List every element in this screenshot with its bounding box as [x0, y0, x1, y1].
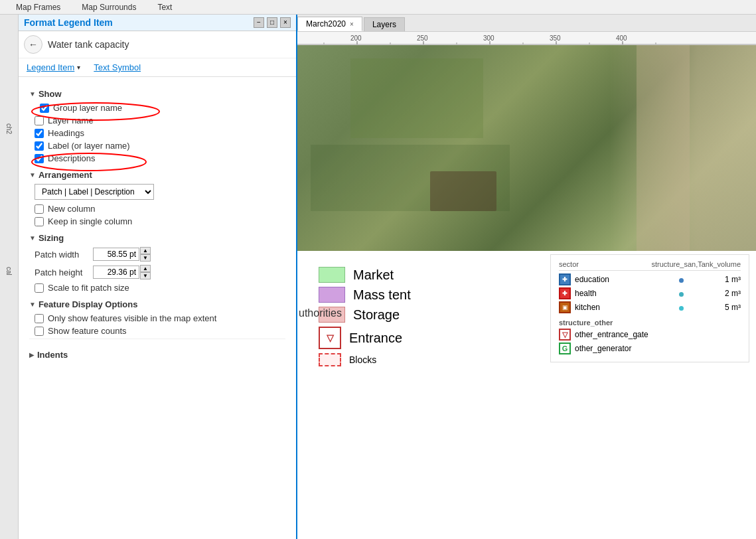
format-legend-panel: Format Legend Item − □ × ← Water tank ca…: [19, 15, 297, 539]
layer-name-row: Layer name: [29, 116, 285, 125]
panel-subtitle: Water tank capacity: [48, 39, 129, 50]
keep-single-col-checkbox[interactable]: [35, 217, 44, 226]
headings-checkbox[interactable]: [35, 129, 44, 138]
only-show-visible-row: Only show features visible in the map ex…: [29, 313, 285, 323]
legend-right-panel: sector structure_san,Tank_volume ✚ educa…: [550, 254, 749, 362]
mass-tent-patch: [319, 287, 345, 303]
svg-text:300: 300: [483, 35, 494, 42]
cal-label: cal: [5, 267, 13, 275]
map-aerial[interactable]: [297, 45, 756, 251]
legend-item-blocks: Blocks: [319, 353, 411, 366]
legend-map-area: Market Mass tent Storage ▽ Entrance: [297, 251, 756, 539]
patch-height-row: Patch height ▲ ▼: [29, 265, 285, 279]
patch-width-row: Patch width ▲ ▼: [29, 247, 285, 262]
legend-row-education: ✚ education 1 m³: [559, 273, 741, 285]
ruler: 200 250 300 350 400: [297, 32, 756, 45]
ch2-label: ch2: [5, 123, 13, 134]
legend-right-headers: sector structure_san,Tank_volume: [559, 260, 741, 271]
svg-text:200: 200: [350, 35, 362, 42]
descriptions-checkbox[interactable]: [35, 154, 44, 163]
patch-height-spinners: ▲ ▼: [140, 265, 151, 279]
restore-button[interactable]: □: [267, 17, 277, 28]
indents-section: ▶ Indents: [29, 339, 285, 360]
show-section-title: Show: [38, 89, 62, 99]
field-patch-1: [350, 58, 483, 138]
patch-height-input[interactable]: [93, 266, 139, 279]
sizing-section-header[interactable]: ▼ Sizing: [29, 233, 285, 243]
patch-height-input-group: ▲ ▼: [93, 265, 151, 279]
kitchen-dot: [670, 303, 694, 313]
tab-text-symbol[interactable]: Text Symbol: [91, 61, 143, 74]
toolbar-map-frames[interactable]: Map Frames: [5, 1, 71, 13]
top-toolbar: Map Frames Map Surrounds Text: [0, 0, 756, 15]
feature-display-section-title: Feature Display Options: [38, 299, 138, 309]
arrangement-section-title: Arrangement: [38, 170, 92, 180]
patch-width-input[interactable]: [93, 248, 139, 261]
back-button[interactable]: ←: [24, 35, 42, 54]
group-layer-name-checkbox[interactable]: [40, 104, 49, 113]
panel-tabs: Legend Item ▾ Text Symbol: [19, 58, 296, 77]
entrance-icon: ▽: [559, 329, 571, 341]
layer-name-checkbox[interactable]: [35, 116, 44, 125]
legend-row-kitchen: ▣ kitchen 5 m³: [559, 301, 741, 313]
feature-display-section-header[interactable]: ▼ Feature Display Options: [29, 299, 285, 309]
arrangement-arrow: ▼: [29, 171, 36, 179]
legend-header-spacer: [633, 260, 652, 268]
road-vertical: [637, 45, 690, 251]
tab-march2020-close[interactable]: ×: [350, 21, 354, 28]
tab-dropdown-arrow[interactable]: ▾: [77, 64, 80, 71]
patch-width-input-group: ▲ ▼: [93, 247, 151, 262]
blocks-patch: [319, 353, 341, 366]
health-icon: ✚: [559, 287, 571, 299]
scale-to-fit-label: Scale to fit patch size: [48, 283, 129, 293]
legend-header-sector: sector: [559, 260, 633, 268]
tab-layers[interactable]: Layers: [364, 17, 405, 31]
group-layer-name-container: Group layer name: [29, 103, 285, 113]
group-layer-name-row: Group layer name: [35, 103, 285, 113]
only-show-visible-label: Only show features visible in the map ex…: [48, 313, 216, 323]
minimize-button[interactable]: −: [254, 17, 264, 28]
left-sidebar: ch2 cal: [0, 15, 19, 539]
close-button[interactable]: ×: [280, 17, 291, 28]
show-feature-counts-checkbox[interactable]: [35, 327, 44, 336]
scale-to-fit-checkbox[interactable]: [35, 283, 44, 293]
new-column-checkbox[interactable]: [35, 204, 44, 214]
toolbar-map-surrounds[interactable]: Map Surrounds: [71, 1, 147, 13]
keep-single-col-row: Keep in single column: [29, 216, 285, 226]
entrance-gate-label: other_entrance_gate: [575, 330, 741, 339]
patch-width-up[interactable]: ▲: [140, 247, 151, 254]
arrangement-section-header[interactable]: ▼ Arrangement: [29, 170, 285, 180]
legend-item-mass-tent: Mass tent: [319, 287, 411, 303]
show-feature-counts-label: Show feature counts: [48, 326, 127, 336]
tab-march2020[interactable]: March2020 ×: [297, 17, 362, 31]
patch-width-down[interactable]: ▼: [140, 254, 151, 262]
legend-row-health: ✚ health 2 m³: [559, 287, 741, 299]
panel-title: Format Legend Item: [24, 17, 113, 28]
indents-header[interactable]: ▶ Indents: [29, 350, 285, 360]
legend-item-market: Market: [319, 267, 411, 283]
indents-title: Indents: [37, 350, 68, 360]
show-feature-counts-row: Show feature counts: [29, 326, 285, 336]
main-content: March2020 × Layers 200 250 300 350 400: [297, 15, 756, 539]
legend-row-entrance: ▽ other_entrance_gate: [559, 329, 741, 341]
kitchen-value: 5 m³: [694, 303, 741, 312]
blocks-label: Blocks: [349, 354, 376, 365]
edu-icon-text: ✚: [562, 276, 567, 283]
patch-height-up[interactable]: ▲: [140, 265, 151, 272]
patch-height-down[interactable]: ▼: [140, 272, 151, 279]
show-arrow: ▼: [29, 90, 36, 98]
show-section-header[interactable]: ▼ Show: [29, 89, 285, 99]
arrangement-dropdown[interactable]: Patch | Label | Description: [35, 184, 154, 200]
tab-legend-item[interactable]: Legend Item: [24, 61, 77, 74]
tab-bar: March2020 × Layers: [297, 15, 756, 32]
patch-width-spinners: ▲ ▼: [140, 247, 151, 262]
toolbar-text[interactable]: Text: [147, 1, 183, 13]
sizing-arrow: ▼: [29, 234, 36, 242]
ruler-svg: 200 250 300 350 400: [297, 32, 756, 45]
only-show-visible-checkbox[interactable]: [35, 314, 44, 323]
entrance-patch: ▽: [319, 327, 341, 349]
arrangement-dropdown-row: Patch | Label | Description: [35, 184, 285, 200]
label-layer-name-checkbox[interactable]: [35, 141, 44, 151]
new-column-label: New column: [48, 204, 96, 214]
mass-tent-label: Mass tent: [353, 287, 411, 303]
